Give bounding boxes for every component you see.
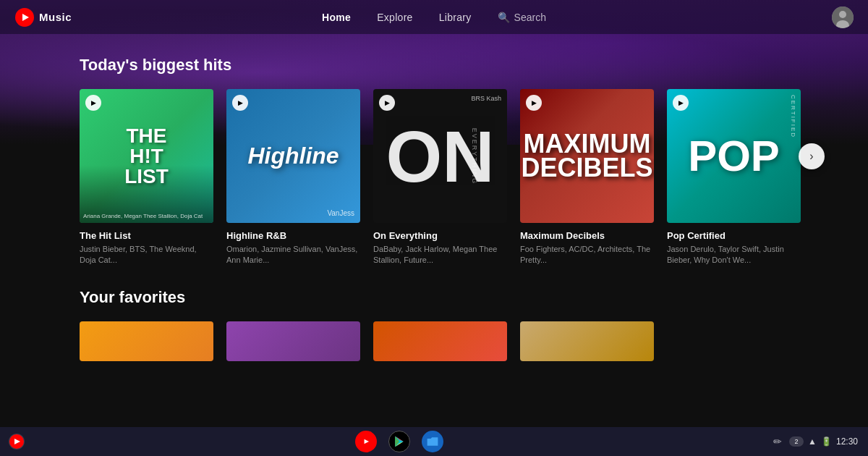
- nav-search[interactable]: 🔍 Search: [498, 12, 546, 23]
- on-everything-subtitle: DaBaby, Jack Harlow, Megan Thee Stallion…: [373, 244, 507, 266]
- hit-list-art-text: THEH!TLIST: [124, 126, 169, 187]
- navbar: Music Home Explore Library 🔍 Search: [0, 0, 868, 34]
- taskbar-status: 2 ▲ 🔋 12:30: [789, 436, 858, 447]
- hit-list-artist-caption: Ariana Grande, Megan Thee Stallion, Doja…: [83, 213, 203, 219]
- play-button[interactable]: ▶: [673, 95, 689, 111]
- search-label: Search: [514, 12, 546, 23]
- card-pop-certified-image: ▶ CERTIFIED POP: [667, 89, 801, 223]
- card-on-everything[interactable]: ▶ BRS Kash ON EVERYTHING On Everything D…: [373, 89, 507, 266]
- max-decibels-title: Maximum Decibels: [520, 230, 654, 241]
- favorites-title: Your favorites: [80, 288, 788, 307]
- on-everything-title: On Everything: [373, 230, 507, 241]
- wifi-icon: ▲: [808, 436, 817, 447]
- fav-card-1[interactable]: [80, 321, 213, 361]
- main-content: Today's biggest hits ▶ THEH!TLIST Ariana…: [0, 34, 868, 376]
- play-button[interactable]: ▶: [379, 95, 395, 111]
- on-everything-top-label: BRS Kash: [471, 95, 501, 102]
- taskbar-left-icon[interactable]: [9, 434, 25, 449]
- next-button[interactable]: ›: [799, 143, 825, 169]
- logo[interactable]: Music: [14, 7, 72, 28]
- card-on-everything-image: ▶ BRS Kash ON EVERYTHING: [373, 89, 507, 223]
- pop-certified-title: Pop Certified: [667, 230, 801, 241]
- pop-certified-subtitle: Jason Derulo, Taylor Swift, Justin Biebe…: [667, 244, 801, 266]
- taskbar-right: ✏ 2 ▲ 🔋 12:30: [773, 436, 868, 447]
- yt-music-logo-icon: [14, 7, 35, 28]
- card-hit-list[interactable]: ▶ THEH!TLIST Ariana Grande, Megan Thee S…: [80, 89, 213, 266]
- logo-text: Music: [39, 11, 72, 23]
- highline-title: Highline R&B: [226, 230, 360, 241]
- certified-text: CERTIFIED: [790, 95, 796, 138]
- fav-card-3[interactable]: [373, 321, 507, 361]
- nav-library[interactable]: Library: [439, 12, 472, 23]
- nav-explore[interactable]: Explore: [377, 12, 413, 23]
- play-button[interactable]: ▶: [526, 95, 542, 111]
- pencil-icon[interactable]: ✏: [773, 436, 782, 447]
- biggest-hits-cards: ▶ THEH!TLIST Ariana Grande, Megan Thee S…: [80, 89, 788, 266]
- highline-sub-label: VanJess: [327, 209, 354, 217]
- nav-links: Home Explore Library 🔍 Search: [322, 12, 546, 23]
- status-badge: 2: [789, 436, 804, 447]
- card-pop-certified[interactable]: ▶ CERTIFIED POP Pop Certified Jason Deru…: [667, 89, 801, 266]
- card-highline[interactable]: ▶ Highline VanJess Highline R&B Omarion,…: [226, 89, 360, 266]
- favorites-row: [80, 321, 788, 361]
- max-decibels-subtitle: Foo Fighters, AC/DC, Architects, The Pre…: [520, 244, 654, 266]
- hit-list-subtitle: Justin Bieber, BTS, The Weeknd, Doja Cat…: [80, 244, 213, 266]
- biggest-hits-title: Today's biggest hits: [80, 56, 788, 75]
- nav-home[interactable]: Home: [322, 12, 351, 23]
- card-max-decibels-image: ▶ MAXIMUMDECIBELS: [520, 89, 654, 223]
- decibel-text: MAXIMUMDECIBELS: [521, 132, 652, 180]
- search-icon: 🔍: [498, 12, 510, 23]
- battery-icon: 🔋: [821, 436, 832, 447]
- card-hit-list-image: ▶ THEH!TLIST Ariana Grande, Megan Thee S…: [80, 89, 213, 223]
- card-max-decibels[interactable]: ▶ MAXIMUMDECIBELS Maximum Decibels Foo F…: [520, 89, 654, 266]
- taskbar-play-store-icon[interactable]: [388, 431, 410, 452]
- taskbar-left: [0, 434, 25, 449]
- highline-subtitle: Omarion, Jazmine Sullivan, VanJess, Ann …: [226, 244, 360, 266]
- on-everything-side-text: EVERYTHING: [471, 127, 478, 184]
- card-highline-image: ▶ Highline VanJess: [226, 89, 360, 223]
- taskbar-files-icon[interactable]: [422, 431, 443, 452]
- favorites-section: Your favorites: [80, 288, 788, 361]
- fav-card-4[interactable]: [520, 321, 654, 361]
- play-button[interactable]: ▶: [232, 95, 248, 111]
- taskbar-yt-music-icon[interactable]: [355, 431, 377, 452]
- taskbar: ✏ 2 ▲ 🔋 12:30: [0, 427, 868, 456]
- highline-art-label: Highline: [247, 143, 339, 169]
- biggest-hits-section: Today's biggest hits ▶ THEH!TLIST Ariana…: [80, 56, 788, 266]
- svg-point-3: [839, 11, 846, 18]
- pop-text: POP: [688, 137, 780, 176]
- user-avatar[interactable]: [832, 7, 854, 28]
- taskbar-center: [25, 431, 773, 452]
- fav-card-2[interactable]: [226, 321, 360, 361]
- clock: 12:30: [836, 436, 858, 447]
- hit-list-title: The Hit List: [80, 230, 213, 241]
- play-button[interactable]: ▶: [85, 95, 101, 111]
